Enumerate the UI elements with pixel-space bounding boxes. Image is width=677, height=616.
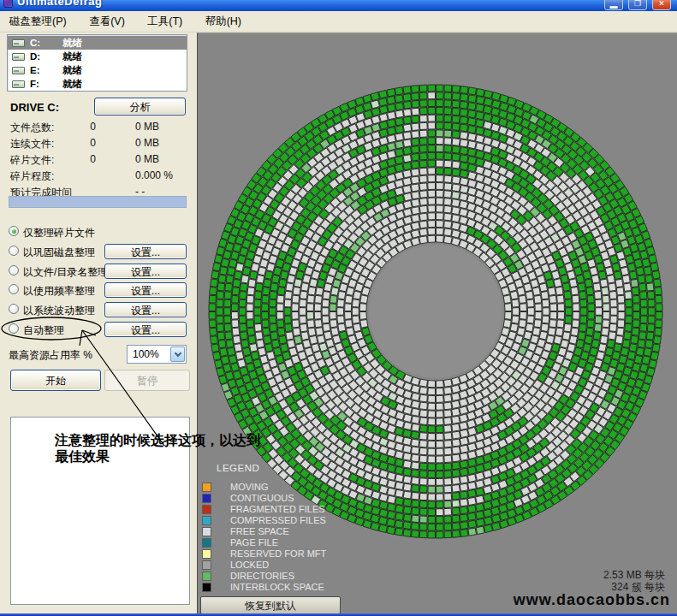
stat-row-fragmentation: 碎片程度: 0.000 %	[0, 168, 197, 184]
chevron-down-icon	[175, 350, 181, 357]
menubar: 磁盘整理(P) 查看(V) 工具(T) 帮助(H)	[0, 11, 677, 33]
radio-icon[interactable]	[9, 265, 19, 275]
legend-item-page-file: PAGE FILE	[198, 537, 386, 548]
legend-swatch	[202, 538, 211, 548]
start-button[interactable]: 开始	[10, 370, 101, 391]
legend-label: PAGE FILE	[230, 537, 278, 548]
stat-size: 0 MB	[135, 153, 159, 165]
settings-button-consolidate[interactable]: 设置...	[104, 244, 187, 259]
legend-label: FREE SPACE	[230, 526, 289, 536]
option-label: 以巩固磁盘整理	[23, 246, 95, 260]
stat-count: 0	[60, 153, 96, 165]
legend-item-compressed: COMPRESSED FILES	[198, 515, 386, 526]
radio-icon[interactable]	[9, 246, 19, 256]
block-size-info: 2.53 MB 每块 324 簇 每块	[603, 569, 665, 593]
option-label: 自动整理	[23, 323, 64, 338]
drive-label: DRIVE C:	[10, 101, 59, 114]
dropdown-value: 100%	[133, 348, 159, 360]
legend-swatch	[202, 527, 211, 536]
legend-swatch	[202, 494, 211, 503]
watermark: www.daocaobbs.cn	[514, 591, 670, 609]
legend-item-directories: DIRECTORIES	[198, 571, 386, 582]
menu-item-help[interactable]: 帮助(H)	[196, 11, 251, 29]
annotation-line2: 最佳效果	[55, 448, 260, 465]
radio-icon[interactable]	[9, 284, 19, 294]
drive-icon	[12, 80, 25, 88]
radio-icon[interactable]	[9, 226, 19, 236]
legend-swatch	[202, 516, 211, 525]
option-usage-frequency[interactable]: 以使用频率整理	[0, 282, 103, 298]
drive-icon	[12, 39, 25, 47]
stat-label: 文件总数:	[10, 121, 54, 135]
disk-panel: LEGEND MOVING CONTIGUOUS FRAGMENTED FILE…	[197, 33, 677, 616]
block-size-mb: 2.53 MB 每块	[603, 569, 665, 581]
legend-item-moving: MOVING	[198, 482, 386, 493]
stat-size: 0 MB	[135, 137, 159, 149]
legend-label: FRAGMENTED FILES	[230, 504, 325, 514]
stat-label: 碎片程度:	[10, 169, 54, 184]
analyze-button[interactable]: 分析	[94, 98, 186, 116]
pause-button[interactable]: 暂停	[104, 370, 190, 391]
legend-item-interblock: INTERBLOCK SPACE	[198, 582, 386, 593]
settings-button-auto[interactable]: 设置...	[104, 322, 187, 337]
legend-item-fragmented: FRAGMENTED FILES	[198, 504, 386, 515]
resource-usage-label: 最高资源占用率 %	[9, 348, 92, 363]
window-title: UltimateDefrag	[17, 0, 102, 8]
annotation-line1: 注意整理的时候选择这项，以达到	[55, 432, 260, 448]
legend-swatch	[202, 549, 211, 559]
stat-label: 碎片文件:	[10, 153, 54, 168]
option-fragmented-only[interactable]: 仅整理碎片文件	[0, 224, 103, 240]
option-auto[interactable]: 自动整理	[0, 322, 103, 337]
close-button[interactable]: ✕	[652, 0, 671, 10]
close-icon: ✕	[658, 0, 665, 8]
legend-swatch	[202, 505, 211, 514]
legend-swatch	[202, 572, 211, 581]
settings-button-usage-frequency[interactable]: 设置...	[104, 282, 187, 298]
drive-status: 就绪	[62, 37, 82, 50]
restore-default-button[interactable]: 恢复到默认	[200, 596, 341, 614]
drive-row-d[interactable]: D: 就绪	[8, 50, 187, 63]
menu-item-tools[interactable]: 工具(T)	[138, 11, 192, 29]
drive-icon	[12, 53, 25, 61]
legend-item-locked: LOCKED	[198, 560, 386, 571]
stat-row-total-files: 文件总数: 0 0 MB	[0, 119, 197, 135]
legend-label: COMPRESSED FILES	[230, 515, 326, 525]
maximize-button[interactable]: ❐	[628, 0, 647, 10]
option-consolidate[interactable]: 以巩固磁盘整理	[0, 244, 103, 259]
resource-usage-dropdown[interactable]: 100%	[127, 345, 187, 364]
drive-row-c[interactable]: C: 就绪	[8, 36, 187, 50]
legend-label: MOVING	[230, 482, 269, 492]
menu-item-defrag[interactable]: 磁盘整理(P)	[0, 11, 76, 29]
stat-row-fragmented-files: 碎片文件: 0 0 MB	[0, 151, 197, 168]
drive-row-f[interactable]: F: 就绪	[8, 77, 187, 91]
stat-count: 0	[60, 121, 96, 133]
settings-button-volatility[interactable]: 设置...	[104, 302, 187, 317]
stat-size: 0 MB	[135, 121, 159, 133]
legend-label: LOCKED	[230, 560, 269, 570]
radio-icon[interactable]	[9, 304, 19, 314]
option-volatility[interactable]: 以系统波动整理	[0, 302, 103, 317]
stat-size: 0.000 %	[135, 169, 173, 181]
drive-name: D:	[30, 51, 62, 62]
stat-label: 连续文件:	[10, 137, 54, 151]
dropdown-button[interactable]	[170, 346, 185, 362]
option-file-name[interactable]: 以文件/目录名整理	[0, 264, 103, 279]
option-label: 以系统波动整理	[23, 304, 95, 318]
drive-name: F:	[30, 79, 62, 89]
annotation-text: 注意整理的时候选择这项，以达到 最佳效果	[55, 432, 260, 465]
minimize-icon: ▬	[610, 0, 618, 11]
control-panel: C: 就绪 D: 就绪 E: 就绪 F: 就绪 DRIVE C: 分析 文件总数…	[0, 33, 197, 616]
legend-label: CONTIGUOUS	[230, 493, 294, 503]
settings-button-file-name[interactable]: 设置...	[104, 264, 187, 279]
drive-name: C:	[30, 38, 62, 48]
drive-row-e[interactable]: E: 就绪	[8, 63, 187, 77]
legend-swatch	[202, 483, 211, 492]
titlebar: UltimateDefrag ▬ ❐ ✕	[0, 0, 677, 11]
legend-label: INTERBLOCK SPACE	[230, 582, 324, 592]
minimize-button[interactable]: ▬	[604, 0, 623, 10]
radio-icon[interactable]	[9, 323, 19, 334]
drive-listbox[interactable]: C: 就绪 D: 就绪 E: 就绪 F: 就绪	[7, 34, 187, 92]
menu-item-view[interactable]: 查看(V)	[80, 11, 134, 29]
option-label: 以使用频率整理	[23, 284, 95, 299]
app-icon	[3, 0, 13, 8]
